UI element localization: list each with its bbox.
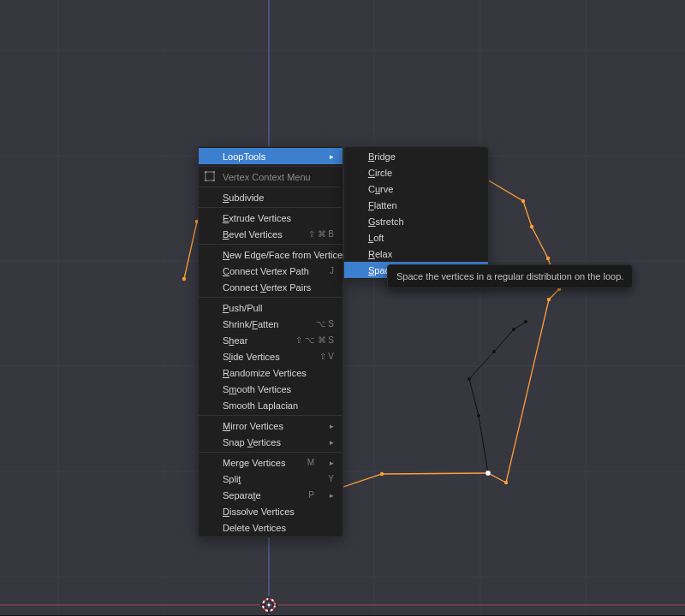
shortcut-label: ⇧ V <box>319 352 334 361</box>
menu-item-connect-path[interactable]: Connect Vertex PathJ <box>199 263 342 279</box>
unselected-edges <box>469 322 526 473</box>
menu-item-push-pull[interactable]: Push/Pull <box>199 299 342 316</box>
menu-item-label: Circle <box>368 168 480 178</box>
menu-item-shear[interactable]: Shear⇧ ⌥ ⌘ S <box>199 332 342 348</box>
menu-item-mirror[interactable]: Mirror Vertices▸ <box>199 418 342 434</box>
svg-point-16 <box>521 199 525 203</box>
svg-point-24 <box>468 377 471 381</box>
svg-point-37 <box>213 171 215 173</box>
menu-item-label: Separate <box>223 490 293 500</box>
menu-item-dissolve[interactable]: Dissolve Vertices <box>199 503 342 519</box>
submenu-item-flatten[interactable]: Flatten <box>344 197 488 213</box>
menu-item-subdivide[interactable]: Subdivide <box>199 189 342 205</box>
menu-item-label: Bridge <box>368 151 480 162</box>
menu-item-label: Randomize Vertices <box>223 368 334 378</box>
menu-item-slide[interactable]: Slide Vertices⇧ V <box>199 348 342 364</box>
submenu-arrow-icon: ▸ <box>330 459 334 467</box>
submenu-item-curve[interactable]: Curve <box>344 181 488 197</box>
submenu-item-loft[interactable]: Loft <box>344 229 488 246</box>
vertex-context-menu: LoopTools ▸ Vertex Context Menu Subdivid… <box>198 146 343 537</box>
menu-separator <box>199 244 342 245</box>
menu-item-label: Flatten <box>368 200 480 210</box>
svg-point-13 <box>182 277 186 281</box>
shortcut-label: J <box>330 266 334 275</box>
menu-item-new-edge-face[interactable]: New Edge/Face from VerticesF <box>199 246 342 263</box>
tooltip-text: Space the vertices in a regular distribu… <box>396 271 623 281</box>
menu-item-label: Smooth Laplacian <box>223 400 334 411</box>
menu-header: Vertex Context Menu <box>199 169 342 185</box>
menu-item-label: Extrude Vertices <box>223 213 334 223</box>
menu-separator <box>199 452 342 453</box>
menu-separator <box>199 207 342 208</box>
menu-item-split[interactable]: SplitY <box>199 471 342 487</box>
menu-item-delete[interactable]: Delete Vertices <box>199 519 342 536</box>
mesh-icon <box>205 171 215 181</box>
menu-item-label: Mirror Vertices <box>223 421 314 431</box>
menu-separator <box>199 297 342 298</box>
menu-item-label: New Edge/Face from Vertices <box>223 250 348 260</box>
menu-item-label: Subdivide <box>223 192 334 203</box>
submenu-item-gstretch[interactable]: Gstretch <box>344 213 488 229</box>
3d-viewport[interactable]: LoopTools ▸ Vertex Context Menu Subdivid… <box>0 0 685 616</box>
menu-item-label: Delete Vertices <box>223 523 334 533</box>
shortcut-label: ⇧ ⌥ ⌘ S <box>295 335 334 345</box>
menu-item-smooth-laplacian[interactable]: Smooth Laplacian <box>199 397 342 413</box>
menu-separator <box>199 415 342 416</box>
svg-point-26 <box>512 328 515 331</box>
shortcut-label: M <box>307 458 314 467</box>
menu-item-label: Snap Vertices <box>223 437 314 447</box>
svg-point-27 <box>524 320 527 323</box>
menu-item-randomize[interactable]: Randomize Vertices <box>199 364 342 381</box>
menu-header-label: Vertex Context Menu <box>223 172 334 182</box>
tooltip: Space the vertices in a regular distribu… <box>387 264 633 288</box>
menu-item-separate[interactable]: SeparateP▸ <box>199 487 342 503</box>
svg-point-25 <box>492 350 496 353</box>
svg-point-34 <box>268 604 271 607</box>
menu-item-label: Slide Vertices <box>223 352 304 362</box>
svg-point-23 <box>477 414 480 418</box>
menu-item-snap[interactable]: Snap Vertices▸ <box>199 434 342 450</box>
menu-item-bevel[interactable]: Bevel Vertices⇧ ⌘ B <box>199 226 342 242</box>
svg-point-21 <box>504 481 508 484</box>
menu-item-label: LoopTools <box>223 151 314 162</box>
menu-item-connect-pairs[interactable]: Connect Vertex Pairs <box>199 279 342 295</box>
menu-item-label: Gstretch <box>368 216 480 227</box>
svg-point-36 <box>205 171 206 173</box>
shortcut-label: ⇧ ⌘ B <box>308 229 334 239</box>
submenu-item-circle[interactable]: Circle <box>344 164 488 181</box>
menu-item-label: Loft <box>368 233 480 243</box>
unselected-vertices <box>468 320 527 418</box>
menu-item-looptools[interactable]: LoopTools ▸ <box>199 148 342 164</box>
svg-point-22 <box>380 472 384 476</box>
menu-item-label: Merge Vertices <box>223 458 292 468</box>
menu-item-label: Connect Vertex Path <box>223 266 314 276</box>
menu-item-label: Relax <box>368 249 480 259</box>
menu-item-label: Split <box>223 474 313 484</box>
menu-item-label: Connect Vertex Pairs <box>223 282 334 293</box>
svg-point-17 <box>530 225 533 228</box>
svg-rect-35 <box>206 172 214 181</box>
submenu-arrow-icon: ▸ <box>330 438 334 447</box>
submenu-item-bridge[interactable]: Bridge <box>344 148 488 164</box>
shortcut-label: Y <box>328 474 334 483</box>
menu-item-smooth[interactable]: Smooth Vertices <box>199 381 342 397</box>
menu-item-merge[interactable]: Merge VerticesM▸ <box>199 454 342 471</box>
menu-item-shrink-fatten[interactable]: Shrink/Fatten⌥ S <box>199 316 342 332</box>
svg-point-18 <box>546 257 550 260</box>
menu-item-label: Curve <box>368 184 480 194</box>
shortcut-label: P <box>308 490 314 500</box>
submenu-arrow-icon: ▸ <box>330 422 334 430</box>
active-vertex <box>485 471 491 476</box>
submenu-item-relax[interactable]: Relax <box>344 246 488 262</box>
looptools-submenu: Bridge Circle Curve Flatten Gstretch Lof… <box>343 146 489 280</box>
svg-point-38 <box>205 180 206 181</box>
menu-item-label: Shear <box>223 335 280 346</box>
submenu-arrow-icon: ▸ <box>330 152 334 161</box>
menu-item-label: Bevel Vertices <box>223 229 293 240</box>
menu-item-label: Shrink/Fatten <box>223 319 301 329</box>
submenu-arrow-icon: ▸ <box>330 491 334 500</box>
menu-separator <box>199 187 342 187</box>
menu-item-extrude[interactable]: Extrude Vertices <box>199 210 342 226</box>
svg-point-39 <box>213 180 215 181</box>
3d-cursor-icon <box>259 595 278 614</box>
